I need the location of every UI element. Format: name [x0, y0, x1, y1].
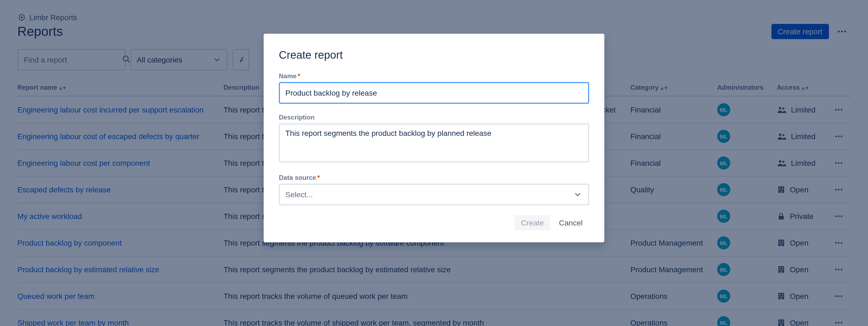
datasource-select[interactable]: Select... — [279, 184, 589, 206]
modal-title: Create report — [279, 49, 589, 61]
modal-cancel-button[interactable]: Cancel — [553, 215, 589, 230]
create-report-modal: Create report Name* Description Data sou… — [264, 34, 604, 242]
description-field-label: Description — [279, 113, 589, 121]
modal-create-button[interactable]: Create — [515, 215, 550, 230]
datasource-field-label: Data source* — [279, 174, 589, 182]
chevron-down-icon — [573, 190, 583, 199]
name-field-label: Name* — [279, 72, 589, 80]
modal-overlay: Create report Name* Description Data sou… — [0, 0, 868, 326]
description-input[interactable] — [279, 123, 589, 162]
name-input[interactable] — [279, 82, 589, 104]
